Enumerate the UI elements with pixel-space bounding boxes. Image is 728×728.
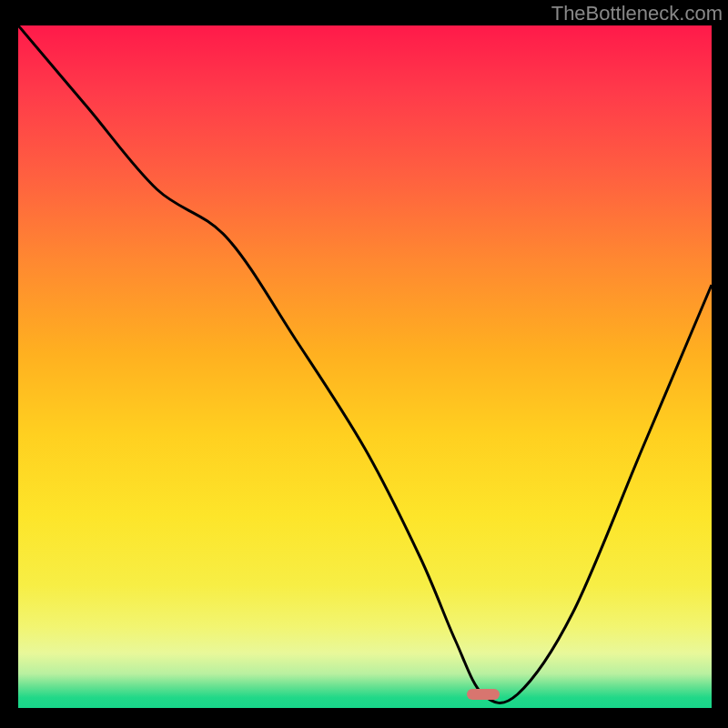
watermark-text: TheBottleneck.com [551, 2, 723, 25]
chart-plot-area [18, 25, 712, 708]
optimal-marker [467, 689, 500, 700]
curve-path [18, 25, 712, 703]
bottleneck-curve [18, 25, 712, 708]
